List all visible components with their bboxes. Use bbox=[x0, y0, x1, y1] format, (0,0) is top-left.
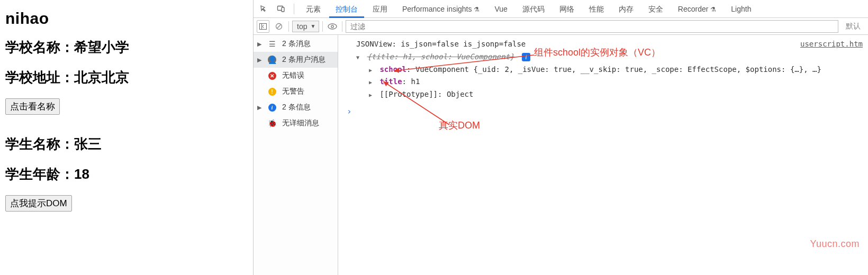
prop-value: Object bbox=[447, 90, 474, 98]
console-prompt[interactable]: › bbox=[343, 104, 863, 118]
tab-lighthouse[interactable]: Lighth bbox=[725, 0, 757, 18]
flask-icon: ⚗ bbox=[474, 6, 480, 13]
svg-point-6 bbox=[328, 24, 337, 29]
sidebar-item-label: 2 条消息 bbox=[282, 39, 332, 49]
caret-icon: ▶ bbox=[257, 57, 262, 63]
sidebar-item-label: 无详细消息 bbox=[282, 118, 332, 128]
chevron-right-icon: › bbox=[343, 106, 352, 116]
school-name-label: 学校名称： bbox=[5, 39, 74, 55]
school-name: 学校名称：希望小学 bbox=[5, 38, 248, 57]
execution-context-value: top bbox=[297, 22, 307, 31]
tab-network[interactable]: 网络 bbox=[553, 0, 581, 18]
school-address: 学校地址：北京北京 bbox=[5, 68, 248, 87]
watermark: Yuucn.com bbox=[810, 239, 860, 250]
student-name: 学生名称：张三 bbox=[5, 135, 248, 153]
tab-sources[interactable]: 源代码 bbox=[516, 0, 551, 18]
sidebar-item-label: 2 条信息 bbox=[282, 103, 332, 112]
app-panel: nihao 学校名称：希望小学 学校地址：北京北京 点击看名称 学生名称：张三 … bbox=[0, 0, 253, 275]
school-address-value: 北京北京 bbox=[74, 69, 129, 85]
caret-icon bbox=[369, 78, 375, 87]
prop-key: school bbox=[379, 65, 406, 74]
bug-icon: 🐞 bbox=[267, 119, 277, 127]
devtools-tabs: 元素 控制台 应用 Performance insights ⚗ Vue 源代码… bbox=[254, 0, 868, 18]
student-age-value: 18 bbox=[74, 166, 89, 182]
sidebar-item-warnings[interactable]: ! 无警告 bbox=[254, 84, 338, 99]
console-filter-input[interactable] bbox=[346, 20, 838, 33]
info-icon: i bbox=[267, 104, 277, 112]
caret-icon bbox=[369, 90, 375, 99]
show-name-button[interactable]: 点击看名称 bbox=[5, 98, 60, 115]
show-dom-button[interactable]: 点我提示DOM bbox=[5, 195, 72, 212]
student-age: 学生年龄：18 bbox=[5, 165, 248, 184]
error-icon: ✕ bbox=[267, 72, 277, 80]
sidebar-item-label: 无警告 bbox=[282, 87, 332, 96]
toolbar-sep bbox=[288, 21, 289, 32]
app-heading: nihao bbox=[5, 10, 248, 28]
console-sidebar: ▶ ☰ 2 条消息 ▶ 👤 2 条用户消息 ✕ 无错误 ! 无警告 bbox=[254, 35, 338, 275]
caret-icon: ▶ bbox=[257, 41, 262, 48]
caret-icon bbox=[369, 66, 375, 75]
log-levels-select[interactable]: 默认 bbox=[842, 22, 865, 31]
console-object-proto[interactable]: [[Prototype]]: Object bbox=[343, 88, 863, 101]
sidebar-item-errors[interactable]: ✕ 无错误 bbox=[254, 68, 338, 84]
sidebar-toggle-icon[interactable] bbox=[257, 20, 269, 33]
svg-line-5 bbox=[277, 24, 281, 29]
prop-key: title bbox=[379, 77, 402, 86]
svg-rect-2 bbox=[260, 23, 267, 29]
list-icon: ☰ bbox=[267, 40, 277, 48]
tab-elements[interactable]: 元素 bbox=[300, 0, 327, 18]
tab-performance[interactable]: 性能 bbox=[583, 0, 610, 18]
student-name-label: 学生名称： bbox=[5, 136, 74, 152]
prop-key: [[Prototype]] bbox=[379, 90, 438, 98]
student-name-value: 张三 bbox=[74, 136, 102, 152]
console-output: userscript.htm JSONView: is_json=false i… bbox=[338, 35, 868, 275]
tab-application[interactable]: 应用 bbox=[366, 0, 394, 18]
inspect-icon[interactable] bbox=[257, 5, 272, 13]
sidebar-item-label: 2 条用户消息 bbox=[282, 55, 332, 65]
caret-icon: ▶ bbox=[257, 104, 262, 111]
live-expression-icon[interactable] bbox=[326, 20, 339, 33]
chevron-down-icon: ▼ bbox=[310, 23, 315, 29]
tab-console[interactable]: 控制台 bbox=[329, 0, 364, 18]
tab-security[interactable]: 安全 bbox=[642, 0, 670, 18]
clear-console-icon[interactable] bbox=[273, 20, 285, 33]
user-icon: 👤 bbox=[267, 56, 277, 64]
source-link[interactable]: userscript.htm bbox=[800, 38, 863, 51]
info-badge-icon[interactable]: i bbox=[522, 53, 530, 61]
prop-value: h1 bbox=[411, 77, 420, 86]
caret-icon bbox=[356, 53, 363, 62]
tab-separator bbox=[294, 4, 294, 14]
sidebar-item-user-messages[interactable]: ▶ 👤 2 条用户消息 bbox=[254, 52, 338, 68]
toolbar-sep bbox=[322, 21, 323, 32]
tab-memory[interactable]: 内存 bbox=[612, 0, 640, 18]
annotation-dom: 真实DOM bbox=[439, 117, 480, 134]
student-age-label: 学生年龄： bbox=[5, 166, 74, 182]
sidebar-item-info[interactable]: ▶ i 2 条信息 bbox=[254, 99, 338, 115]
jsonview-line: JSONView: is_json=false is_jsonp=false bbox=[356, 40, 526, 48]
sidebar-item-verbose[interactable]: 🐞 无详细消息 bbox=[254, 115, 338, 131]
tab-vue[interactable]: Vue bbox=[488, 0, 513, 18]
flask-icon: ⚗ bbox=[710, 6, 716, 13]
sidebar-item-messages[interactable]: ▶ ☰ 2 条消息 bbox=[254, 36, 338, 52]
svg-point-7 bbox=[331, 25, 333, 27]
console-object-prop-title[interactable]: title: h1 bbox=[343, 76, 863, 88]
school-address-label: 学校地址： bbox=[5, 69, 74, 85]
annotation-vc: 组件school的实例对象（VC） bbox=[534, 44, 661, 61]
tab-performance-insights[interactable]: Performance insights ⚗ bbox=[396, 0, 486, 18]
svg-rect-1 bbox=[282, 7, 284, 12]
console-object-prop-school[interactable]: school: VueComponent {_uid: 2, _isVue: t… bbox=[343, 63, 863, 76]
warning-icon: ! bbox=[267, 88, 277, 96]
execution-context-select[interactable]: top ▼ bbox=[292, 21, 319, 32]
prop-value: VueComponent {_uid: 2, _isVue: true, __v… bbox=[415, 65, 821, 74]
devtools-panel: 元素 控制台 应用 Performance insights ⚗ Vue 源代码… bbox=[253, 0, 868, 275]
object-summary-text: {title: h1, school: VueComponent} bbox=[367, 52, 514, 61]
sidebar-item-label: 无错误 bbox=[282, 71, 332, 80]
console-toolbar: top ▼ 默认 bbox=[254, 18, 868, 35]
school-name-value: 希望小学 bbox=[74, 39, 129, 55]
toolbar-sep bbox=[342, 21, 342, 32]
tab-recorder[interactable]: Recorder ⚗ bbox=[672, 0, 722, 18]
device-toggle-icon[interactable] bbox=[274, 5, 288, 13]
